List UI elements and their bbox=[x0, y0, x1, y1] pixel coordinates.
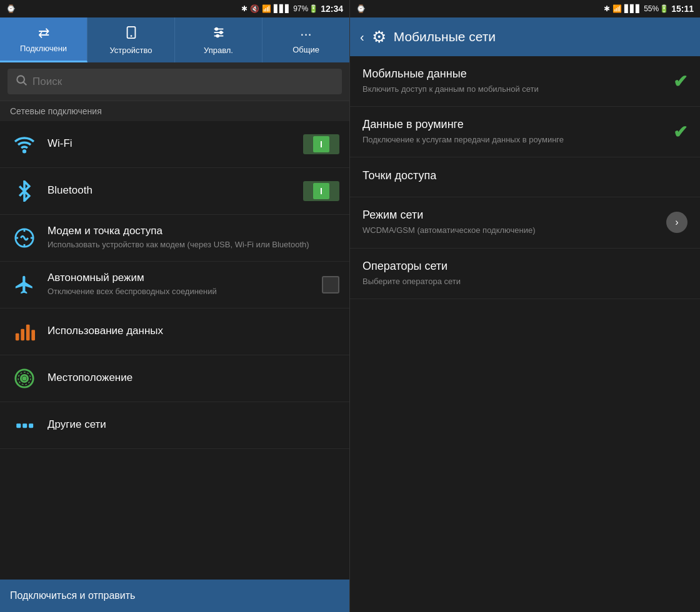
svg-point-8 bbox=[17, 76, 24, 83]
search-wrapper[interactable] bbox=[8, 69, 342, 94]
left-panel: ⌚ ✱ 🔇 📶 ▋▋▋ 97% 🔋 12:34 ⇄ Подключени Уст… bbox=[0, 0, 350, 612]
location-content: Местоположение bbox=[48, 372, 339, 386]
tab-device-label: Устройство bbox=[109, 46, 152, 55]
airplane-toggle[interactable] bbox=[322, 276, 339, 294]
bluetooth-toggle[interactable]: I bbox=[303, 181, 339, 201]
mute-icon: 🔇 bbox=[250, 4, 259, 13]
search-input[interactable] bbox=[32, 76, 334, 88]
svg-point-10 bbox=[24, 151, 26, 152]
bottom-bar-label: Подключиться и отправить bbox=[10, 590, 135, 601]
other-networks-content: Другие сети bbox=[48, 418, 339, 433]
tab-general-label: Общие bbox=[292, 45, 319, 54]
device-icon bbox=[124, 26, 138, 43]
mobile-data-check[interactable]: ✔ bbox=[673, 71, 688, 92]
right-panel: ⌚ ✱ 📶 ▋▋▋ 55% 🔋 15:11 ‹ ⚙ Мобильные сети… bbox=[350, 0, 700, 612]
roaming-check[interactable]: ✔ bbox=[673, 122, 688, 142]
tab-connections[interactable]: ⇄ Подключени bbox=[0, 17, 88, 62]
wifi-toggle-indicator: I bbox=[313, 136, 329, 152]
battery-icon: 97% 🔋 bbox=[293, 4, 318, 13]
status-icons-left: ⌚ bbox=[6, 4, 16, 13]
data-usage-title: Использование данных bbox=[48, 325, 339, 337]
right-time: 15:11 bbox=[671, 4, 694, 14]
chevron-right-icon: › bbox=[666, 212, 688, 233]
left-time: 12:34 bbox=[321, 4, 343, 14]
right-status-right: ✱ 📶 ▋▋▋ 55% 🔋 15:11 bbox=[604, 4, 694, 14]
bottom-bar[interactable]: Подключиться и отправить bbox=[0, 580, 349, 612]
bluetooth-title: Bluetooth bbox=[48, 184, 297, 197]
modem-subtitle: Использовать устройство как модем (через… bbox=[48, 239, 339, 250]
general-icon: ··· bbox=[300, 26, 311, 42]
network-mode-item[interactable]: Режим сети WCDMA/GSM (автоматическое под… bbox=[350, 197, 700, 248]
location-title: Местоположение bbox=[48, 372, 339, 384]
access-points-item[interactable]: Точки доступа bbox=[350, 157, 700, 197]
svg-rect-24 bbox=[16, 423, 21, 428]
wifi-title: Wi-Fi bbox=[48, 137, 297, 150]
mobile-data-item[interactable]: Мобильные данные Включить доступ к данны… bbox=[350, 56, 700, 107]
operators-item[interactable]: Операторы сети Выберите оператора сети bbox=[350, 249, 700, 299]
airplane-title: Автономный режим bbox=[48, 272, 316, 284]
svg-point-23 bbox=[23, 377, 26, 380]
wifi-status-icon: 📶 bbox=[262, 4, 271, 13]
tab-manage[interactable]: Управл. bbox=[175, 17, 262, 62]
bluetooth-item[interactable]: Bluetooth I bbox=[0, 168, 349, 215]
status-bar-right: ⌚ ✱ 📶 ▋▋▋ 55% 🔋 15:11 bbox=[350, 0, 700, 17]
network-mode-chevron[interactable]: › bbox=[666, 212, 688, 233]
right-header-title: Мобильные сети bbox=[394, 29, 496, 44]
location-item[interactable]: Местоположение bbox=[0, 355, 349, 402]
right-settings-list: Мобильные данные Включить доступ к данны… bbox=[350, 56, 700, 612]
mobile-data-content: Мобильные данные Включить доступ к данны… bbox=[362, 67, 667, 95]
svg-point-6 bbox=[219, 31, 222, 34]
search-bar bbox=[0, 62, 349, 101]
right-wifi-icon: 📶 bbox=[612, 4, 622, 13]
mobile-data-checkmark: ✔ bbox=[673, 72, 688, 91]
operators-title: Операторы сети bbox=[362, 260, 688, 273]
svg-rect-16 bbox=[16, 333, 19, 340]
signal-icon: ▋▋▋ bbox=[274, 4, 291, 13]
svg-point-7 bbox=[216, 34, 219, 37]
battery-percent: 97% bbox=[293, 4, 308, 13]
settings-list: Wi-Fi I Bluetooth I bbox=[0, 121, 349, 580]
bluetooth-toggle-switch[interactable]: I bbox=[303, 181, 339, 201]
manage-icon bbox=[212, 26, 226, 43]
airplane-checkbox[interactable] bbox=[322, 276, 339, 294]
right-watch-icon: ⌚ bbox=[356, 4, 366, 13]
other-networks-item[interactable]: Другие сети bbox=[0, 402, 349, 449]
tab-general[interactable]: ··· Общие bbox=[262, 17, 349, 62]
right-battery-percent: 55% bbox=[644, 4, 659, 13]
wifi-toggle-switch[interactable]: I bbox=[303, 134, 339, 154]
wifi-item[interactable]: Wi-Fi I bbox=[0, 121, 349, 168]
tab-connections-label: Подключени bbox=[20, 44, 67, 53]
other-networks-icon bbox=[10, 411, 39, 440]
back-button[interactable]: ‹ bbox=[360, 30, 364, 44]
tab-bar: ⇄ Подключени Устройство Управл. ··· Общи… bbox=[0, 17, 349, 62]
gear-icon: ⚙ bbox=[372, 27, 386, 47]
svg-rect-26 bbox=[29, 423, 33, 428]
wifi-toggle[interactable]: I bbox=[303, 134, 339, 154]
svg-line-9 bbox=[24, 82, 27, 86]
tab-device[interactable]: Устройство bbox=[88, 17, 175, 62]
network-mode-subtitle: WCDMA/GSM (автоматическое подключение) bbox=[362, 225, 660, 236]
right-battery-icon: 55% 🔋 bbox=[644, 4, 669, 13]
roaming-content: Данные в роуминге Подключение к услугам … bbox=[362, 118, 667, 146]
svg-rect-25 bbox=[22, 423, 27, 428]
svg-rect-19 bbox=[31, 330, 35, 340]
access-points-title: Точки доступа bbox=[362, 169, 688, 182]
right-bluetooth-icon: ✱ bbox=[604, 4, 610, 13]
right-header: ‹ ⚙ Мобильные сети bbox=[350, 17, 700, 56]
roaming-checkmark: ✔ bbox=[673, 122, 688, 142]
modem-item[interactable]: Модем и точка доступа Использовать устро… bbox=[0, 215, 349, 262]
status-icons-right: ✱ 🔇 📶 ▋▋▋ 97% 🔋 12:34 bbox=[241, 4, 343, 14]
data-usage-item[interactable]: Использование данных bbox=[0, 308, 349, 355]
connections-icon: ⇄ bbox=[38, 25, 49, 41]
access-points-content: Точки доступа bbox=[362, 169, 688, 185]
right-status-left: ⌚ bbox=[356, 4, 366, 13]
svg-rect-17 bbox=[21, 329, 24, 340]
bluetooth-status-icon: ✱ bbox=[241, 4, 248, 13]
tab-manage-label: Управл. bbox=[204, 46, 233, 55]
mobile-data-title: Мобильные данные bbox=[362, 67, 667, 81]
mobile-data-subtitle: Включить доступ к данным по мобильной се… bbox=[362, 84, 667, 95]
roaming-item[interactable]: Данные в роуминге Подключение к услугам … bbox=[350, 107, 700, 157]
modem-title: Модем и точка доступа bbox=[48, 225, 339, 237]
airplane-item[interactable]: Автономный режим Отключение всех беспров… bbox=[0, 262, 349, 308]
airplane-subtitle: Отключение всех беспроводных соединений bbox=[48, 286, 316, 297]
